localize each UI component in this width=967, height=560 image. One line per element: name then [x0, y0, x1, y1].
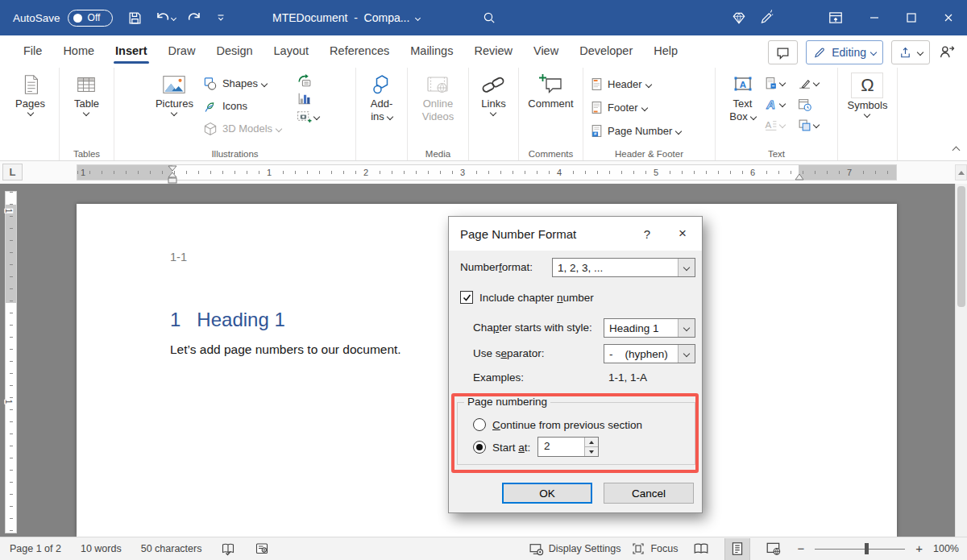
customize-toolbar-icon[interactable]	[214, 11, 227, 24]
chart-button[interactable]	[293, 91, 312, 106]
table-button[interactable]: Table	[69, 69, 104, 146]
smartart-button[interactable]	[293, 73, 312, 89]
page-count[interactable]: Page 1 of 2	[10, 543, 61, 554]
object-button[interactable]	[795, 118, 828, 132]
pages-button[interactable]: Pages	[10, 69, 50, 146]
pen-icon[interactable]	[753, 0, 780, 35]
word-count[interactable]: 10 words	[81, 543, 122, 554]
zoom-slider[interactable]	[815, 543, 905, 554]
addins-dropdown-icon[interactable]	[387, 113, 393, 119]
dialog-help-button[interactable]: ?	[631, 227, 663, 241]
dialog-close-button[interactable]: ×	[663, 226, 702, 242]
online-videos-button[interactable]: Online Videos	[417, 69, 459, 146]
footer-dropdown-icon[interactable]	[641, 104, 647, 110]
shapes-button[interactable]: Shapes	[198, 73, 285, 93]
document-heading[interactable]: 1 Heading 1	[170, 309, 285, 331]
links-dropdown-icon[interactable]	[490, 110, 496, 116]
share-dropdown-icon[interactable]	[917, 49, 923, 56]
cancel-button[interactable]: Cancel	[604, 483, 694, 504]
vertical-scrollbar[interactable]	[955, 184, 967, 537]
document-title[interactable]: MTEDocument - Compa...	[272, 0, 420, 35]
zoom-level[interactable]: 100%	[933, 543, 959, 554]
pages-dropdown-icon[interactable]	[27, 110, 33, 116]
screenshot-button[interactable]	[293, 109, 319, 124]
tab-file[interactable]: File	[13, 35, 52, 66]
scrollbar-thumb[interactable]	[957, 186, 965, 307]
symbols-button[interactable]: Ω Symbols	[843, 69, 893, 146]
presence-people-icon[interactable]	[938, 44, 956, 61]
table-dropdown-icon[interactable]	[83, 110, 89, 116]
chapter-style-dropdown-icon[interactable]	[678, 319, 695, 337]
signature-dropdown-icon[interactable]	[812, 80, 819, 86]
text-box-dropdown-icon[interactable]	[749, 113, 756, 119]
comment-button[interactable]: Comment	[523, 69, 578, 146]
symbols-dropdown-icon[interactable]	[864, 111, 870, 118]
display-settings-button[interactable]: Display Settings	[529, 541, 621, 557]
read-mode-button[interactable]	[688, 538, 714, 560]
ribbon-display-options-icon[interactable]	[822, 0, 849, 35]
zoom-out-button[interactable]: −	[797, 543, 804, 554]
chapter-style-combobox[interactable]: Heading 1	[604, 318, 695, 338]
screenshot-dropdown-icon[interactable]	[313, 113, 320, 119]
separator-dropdown-icon[interactable]	[678, 345, 695, 363]
pictures-dropdown-icon[interactable]	[171, 110, 177, 116]
number-format-combobox[interactable]: 1, 2, 3, ...	[552, 258, 695, 277]
tab-stop-selector[interactable]: L	[2, 164, 23, 180]
save-icon[interactable]	[127, 10, 143, 26]
links-button[interactable]: Links	[476, 69, 510, 146]
dialog-titlebar[interactable]: Page Number Format ? ×	[449, 217, 702, 251]
title-dropdown-icon[interactable]	[415, 15, 421, 20]
pictures-button[interactable]: Pictures	[151, 69, 198, 146]
signature-line-button[interactable]	[795, 77, 828, 90]
editing-mode-button[interactable]: Editing	[806, 40, 883, 64]
collapse-ribbon-icon[interactable]	[953, 143, 959, 156]
document-body-text[interactable]: Let’s add page numbers to our document.	[170, 342, 401, 357]
print-layout-button[interactable]	[724, 538, 750, 560]
drop-cap-dropdown-icon[interactable]	[778, 122, 785, 128]
comment-bubble-button[interactable]	[768, 40, 798, 64]
quick-parts-dropdown-icon[interactable]	[778, 80, 785, 86]
addins-button[interactable]: Add- ins	[365, 69, 399, 146]
header-dropdown-icon[interactable]	[645, 81, 651, 87]
header-button[interactable]: Header	[586, 74, 685, 94]
diamond-icon[interactable]	[725, 0, 753, 35]
quick-parts-button[interactable]	[761, 77, 795, 90]
undo-dropdown-icon[interactable]	[171, 15, 176, 20]
drop-cap-button[interactable]: A	[761, 118, 795, 132]
tab-review[interactable]: Review	[463, 35, 523, 66]
include-chapter-checkbox[interactable]	[460, 291, 473, 304]
tab-developer[interactable]: Developer	[569, 35, 643, 66]
vertical-ruler[interactable]: 1 1	[5, 191, 17, 533]
ok-button[interactable]: OK	[502, 483, 592, 504]
tab-references[interactable]: References	[319, 35, 400, 66]
minimize-button[interactable]	[856, 0, 893, 35]
maximize-button[interactable]	[893, 0, 930, 35]
text-box-button[interactable]: A Text Box	[724, 69, 760, 146]
indent-markers[interactable]	[167, 165, 178, 185]
footer-button[interactable]: Footer	[586, 97, 685, 118]
tab-draw[interactable]: Draw	[158, 35, 206, 66]
3d-models-button[interactable]: 3D Models	[198, 118, 285, 139]
tab-design[interactable]: Design	[205, 35, 263, 66]
character-count[interactable]: 50 characters	[141, 543, 202, 554]
start-at-spinner[interactable]: 2	[537, 437, 599, 457]
zoom-in-button[interactable]: +	[915, 543, 923, 554]
autosave-switch[interactable]: Off	[68, 10, 113, 27]
spinner-up-button[interactable]	[585, 438, 598, 446]
search-icon[interactable]	[482, 10, 496, 25]
tab-view[interactable]: View	[523, 35, 569, 66]
tab-insert[interactable]: Insert	[105, 35, 158, 66]
horizontal-ruler[interactable]: 1 1 2 3 4 5 6 7	[77, 164, 897, 180]
autosave-toggle[interactable]: AutoSave Off	[13, 10, 113, 27]
tab-home[interactable]: Home	[52, 35, 105, 66]
wordart-button[interactable]: A	[761, 97, 795, 111]
zoom-slider-thumb[interactable]	[865, 543, 869, 554]
right-indent-marker[interactable]	[794, 173, 805, 181]
macro-recording-icon[interactable]	[255, 541, 269, 556]
3d-models-dropdown-icon[interactable]	[276, 125, 282, 131]
spinner-down-button[interactable]	[585, 446, 598, 456]
scrollbar-up-arrow[interactable]	[955, 164, 967, 180]
redo-icon[interactable]	[187, 10, 203, 26]
close-button[interactable]	[930, 0, 967, 35]
continue-radio[interactable]	[473, 418, 486, 431]
